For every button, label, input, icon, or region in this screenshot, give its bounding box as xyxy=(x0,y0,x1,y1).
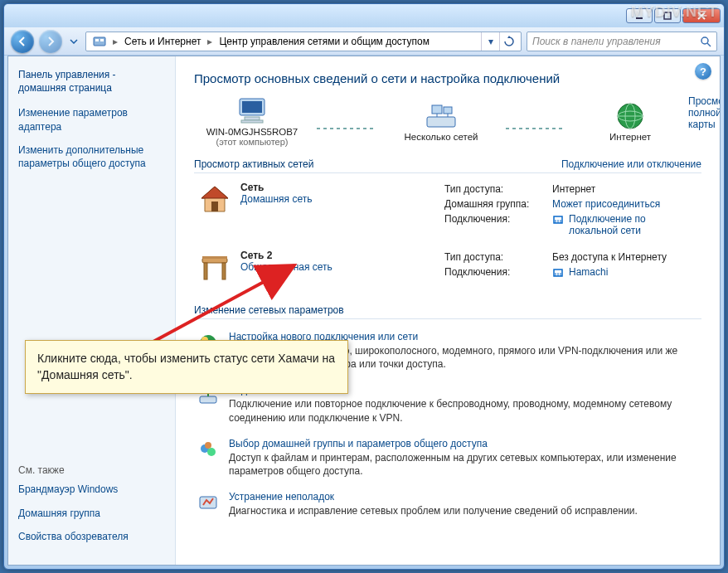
svg-rect-11 xyxy=(245,117,260,120)
access-type-label: Тип доступа: xyxy=(444,251,552,263)
sidebar-advanced-sharing[interactable]: Изменить дополнительные параметры общего… xyxy=(18,143,165,170)
connection-link[interactable]: Подключение по локальной сети xyxy=(552,213,685,236)
access-type-value: Без доступа к Интернету xyxy=(552,251,667,263)
svg-point-7 xyxy=(701,37,708,44)
connection-name: Подключение по локальной сети xyxy=(569,213,685,236)
svg-rect-37 xyxy=(200,396,216,403)
chevron-icon: ▸ xyxy=(111,36,119,47)
home-network-icon xyxy=(197,182,232,216)
ethernet-icon xyxy=(552,266,564,278)
svg-rect-5 xyxy=(95,39,99,41)
address-bar: ▸ Сеть и Интернет ▸ Центр управления сет… xyxy=(4,27,724,56)
sidebar-adapter-settings[interactable]: Изменение параметров адаптера xyxy=(18,106,165,133)
ethernet-icon xyxy=(552,213,564,225)
node-label: Несколько сетей xyxy=(383,132,499,142)
homegroup-link[interactable]: Может присоединиться xyxy=(552,198,660,210)
svg-rect-10 xyxy=(242,101,262,113)
svg-rect-15 xyxy=(444,107,452,114)
network-name: Сеть 2 xyxy=(240,250,332,261)
breadcrumb-center[interactable]: Центр управления сетями и общим доступом xyxy=(216,34,433,49)
task-link[interactable]: Устранение неполадок xyxy=(229,491,638,503)
node-label: Интернет xyxy=(572,132,688,142)
content-area: Панель управления - домашняя страница Из… xyxy=(7,56,721,566)
connection-name: Hamachi xyxy=(569,266,608,278)
svg-rect-13 xyxy=(427,117,455,127)
node-internet[interactable]: Интернет xyxy=(572,100,688,142)
svg-rect-28 xyxy=(204,263,207,279)
computer-icon xyxy=(194,95,310,127)
task-link[interactable]: Выбор домашней группы и параметров общег… xyxy=(229,438,700,449)
network-block-public: Сеть 2 Общественная сеть Тип доступа: Бе… xyxy=(194,241,701,288)
task-description: Диагностика и исправление сетевых пробле… xyxy=(229,504,638,517)
svg-point-40 xyxy=(205,442,211,449)
network-name: Сеть xyxy=(240,182,312,193)
connector-line xyxy=(317,128,376,129)
svg-rect-22 xyxy=(211,202,218,211)
change-settings-heading: Изменение сетевых параметров xyxy=(194,301,701,319)
breadcrumb[interactable]: ▸ Сеть и Интернет ▸ Центр управления сет… xyxy=(85,32,522,51)
homegroup-label: Домашняя группа: xyxy=(444,198,552,210)
globe-icon xyxy=(572,100,688,132)
node-sublabel: (этот компьютер) xyxy=(194,137,310,147)
annotation-callout: Кликните сюда, чтобы изменить статус сет… xyxy=(25,340,348,394)
task-homegroup-sharing: Выбор домашней группы и параметров общег… xyxy=(194,431,701,484)
access-type-value: Интернет xyxy=(552,183,595,195)
sidebar-internet-options[interactable]: Свойства обозревателя xyxy=(18,530,165,543)
refresh-button[interactable] xyxy=(499,32,517,51)
svg-line-8 xyxy=(707,43,711,46)
search-icon xyxy=(700,36,711,47)
main-panel: ? Просмотр основных сведений о сети и на… xyxy=(176,56,720,565)
titlebar xyxy=(4,4,724,27)
public-network-icon xyxy=(197,250,232,284)
back-button[interactable] xyxy=(11,30,34,53)
sidebar-homegroup[interactable]: Домашняя группа xyxy=(18,507,165,520)
troubleshoot-icon xyxy=(196,491,221,516)
task-description: Подключение или повторное подключение к … xyxy=(229,397,700,424)
connect-disconnect-link[interactable]: Подключение или отключение xyxy=(561,158,701,170)
connector-line xyxy=(506,128,565,129)
task-troubleshoot: Устранение неполадок Диагностика и испра… xyxy=(194,484,701,524)
control-panel-icon[interactable] xyxy=(90,33,109,50)
network-type-link[interactable]: Домашняя сеть xyxy=(240,193,312,205)
help-icon[interactable]: ? xyxy=(695,63,711,80)
section-head-text: Изменение сетевых параметров xyxy=(194,304,344,316)
svg-rect-30 xyxy=(202,256,227,259)
svg-rect-14 xyxy=(432,105,442,114)
watermark-text: MYDIV.NET xyxy=(631,3,718,21)
window-frame: ▸ Сеть и Интернет ▸ Центр управления сет… xyxy=(3,3,725,570)
homegroup-icon xyxy=(196,438,221,463)
nav-history-dropdown[interactable] xyxy=(67,32,80,51)
svg-point-39 xyxy=(207,448,216,456)
chevron-icon: ▸ xyxy=(206,36,214,47)
sidebar: Панель управления - домашняя страница Из… xyxy=(8,56,176,565)
page-title: Просмотр основных сведений о сети и наст… xyxy=(194,71,701,85)
sidebar-home-link[interactable]: Панель управления - домашняя страница xyxy=(18,68,165,95)
svg-rect-12 xyxy=(241,120,263,123)
breadcrumb-network[interactable]: Сеть и Интернет xyxy=(121,34,204,49)
task-description: Доступ к файлам и принтерам, расположенн… xyxy=(229,451,700,478)
breadcrumb-dropdown[interactable]: ▾ xyxy=(481,32,499,51)
forward-button[interactable] xyxy=(39,30,62,53)
access-type-label: Тип доступа: xyxy=(444,183,552,195)
connection-link[interactable]: Hamachi xyxy=(552,266,608,278)
network-block-home: Сеть Домашняя сеть Тип доступа: Интернет… xyxy=(194,173,701,241)
active-networks-heading: Просмотр активных сетей Подключение или … xyxy=(194,155,701,173)
see-also-heading: См. также xyxy=(18,464,165,476)
search-placeholder: Поиск в панели управления xyxy=(532,36,661,47)
section-head-text: Просмотр активных сетей xyxy=(194,158,313,170)
connections-label: Подключения: xyxy=(444,213,552,236)
svg-rect-6 xyxy=(100,39,104,41)
node-this-computer[interactable]: WIN-0MGJHS5ROB7 (этот компьютер) xyxy=(194,95,310,147)
svg-rect-29 xyxy=(222,263,226,279)
connections-label: Подключения: xyxy=(444,266,552,278)
node-label: WIN-0MGJHS5ROB7 xyxy=(194,127,310,137)
view-full-map-link[interactable]: Просмотр полной карты xyxy=(688,95,720,130)
network-type-link[interactable]: Общественная сеть xyxy=(240,261,332,273)
sidebar-firewall[interactable]: Брандмауэр Windows xyxy=(18,483,165,496)
network-map: WIN-0MGJHS5ROB7 (этот компьютер) Несколь… xyxy=(194,95,688,147)
network-hub-icon xyxy=(383,100,499,132)
search-input[interactable]: Поиск в панели управления xyxy=(527,32,717,51)
node-multiple-networks[interactable]: Несколько сетей xyxy=(383,100,499,142)
